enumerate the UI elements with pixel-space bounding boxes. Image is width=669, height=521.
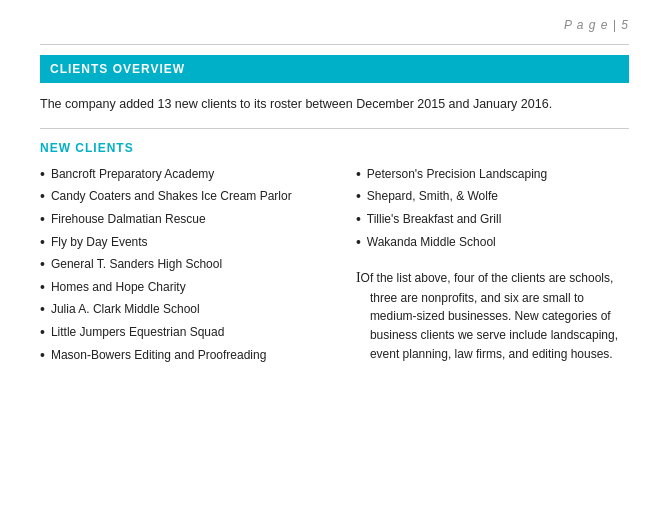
two-col-layout: Bancroft Preparatory AcademyCandy Coater… — [40, 165, 629, 368]
list-item: Homes and Hope Charity — [40, 278, 336, 298]
intro-paragraph: The company added 13 new clients to its … — [40, 95, 629, 114]
list-item: Bancroft Preparatory Academy — [40, 165, 336, 185]
list-item: Tillie's Breakfast and Grill — [356, 210, 629, 230]
right-paragraph: IOf the list above, four of the clients … — [356, 267, 629, 363]
list-item: Shepard, Smith, & Wolfe — [356, 187, 629, 207]
right-bullet-list: Peterson's Precision LandscapingShepard,… — [356, 165, 629, 255]
page-number: P a g e | 5 — [564, 18, 629, 32]
list-item: Peterson's Precision Landscaping — [356, 165, 629, 185]
list-item: Mason-Bowers Editing and Proofreading — [40, 346, 336, 366]
top-rule — [40, 44, 629, 45]
left-column: Bancroft Preparatory AcademyCandy Coater… — [40, 165, 336, 368]
list-item: Fly by Day Events — [40, 233, 336, 253]
list-item: Firehouse Dalmatian Rescue — [40, 210, 336, 230]
page-number-row: P a g e | 5 — [40, 18, 629, 32]
list-item: Wakanda Middle School — [356, 233, 629, 253]
list-item: Candy Coaters and Shakes Ice Cream Parlo… — [40, 187, 336, 207]
left-bullet-list: Bancroft Preparatory AcademyCandy Coater… — [40, 165, 336, 365]
right-paragraph-text: Of the list above, four of the clients a… — [361, 271, 618, 360]
list-item: Little Jumpers Equestrian Squad — [40, 323, 336, 343]
section-header-bar: CLIENTS OVERVIEW — [40, 55, 629, 83]
right-column: Peterson's Precision LandscapingShepard,… — [356, 165, 629, 368]
new-clients-label: NEW CLIENTS — [40, 141, 629, 155]
page-container: P a g e | 5 CLIENTS OVERVIEW The company… — [0, 0, 669, 388]
divider — [40, 128, 629, 129]
list-item: General T. Sanders High School — [40, 255, 336, 275]
section-title: CLIENTS OVERVIEW — [50, 62, 185, 76]
list-item: Julia A. Clark Middle School — [40, 300, 336, 320]
